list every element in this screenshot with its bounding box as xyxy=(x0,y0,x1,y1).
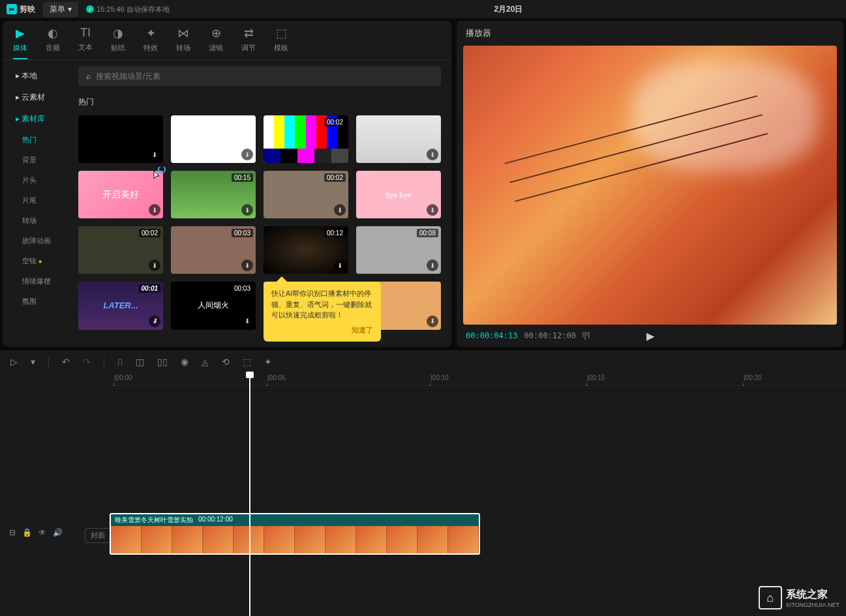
media-thumb[interactable]: ⬇ xyxy=(171,115,256,163)
audio-bars-icon[interactable] xyxy=(582,332,590,340)
media-thumb[interactable]: ⬇ xyxy=(356,115,441,163)
sidebar-item[interactable]: ▸ 素材库 xyxy=(3,108,68,130)
sidebar-subitem[interactable]: 热门 xyxy=(3,130,68,150)
crop-icon[interactable]: ⬚ xyxy=(243,357,251,367)
timeline-ruler[interactable]: |00:00|00:05|00:10|00:15|00:20 xyxy=(108,373,846,386)
download-icon[interactable]: ⬇ xyxy=(149,149,160,160)
download-icon[interactable]: ⬇ xyxy=(241,259,253,271)
tooltip-ok-button[interactable]: 知道了 xyxy=(271,325,373,336)
tab-特效[interactable]: ✦特效 xyxy=(144,26,158,59)
download-icon[interactable]: ⬇ xyxy=(427,149,438,160)
media-thumb[interactable]: 开启美好⬇ xyxy=(78,171,163,218)
download-icon[interactable]: ⬇ xyxy=(334,204,346,216)
split-icon[interactable]: ⎍ xyxy=(117,357,123,367)
watermark-icon: ⌂ xyxy=(759,586,782,609)
delete-left-icon[interactable]: ◫ xyxy=(136,357,144,367)
download-icon[interactable]: ⬇ xyxy=(334,149,346,160)
chevron-down-icon[interactable]: ▾ xyxy=(31,357,35,367)
select-tool-icon[interactable]: ▷ xyxy=(10,357,18,367)
tab-调节[interactable]: ⇄调节 xyxy=(241,26,256,59)
media-thumb[interactable]: 00:12⬇ xyxy=(264,226,348,274)
sidebar-item[interactable]: ▸ 云素材 xyxy=(3,87,68,108)
smart-icon[interactable]: ✦ xyxy=(264,357,272,367)
cover-button[interactable]: 封面 xyxy=(85,528,111,543)
tab-文本[interactable]: TI文本 xyxy=(78,26,93,59)
clip-header: 唯美雪景冬天树叶雪景实拍 00:00:12:00 xyxy=(111,514,479,526)
sidebar-subitem[interactable]: 转场 xyxy=(3,211,68,231)
rotate-icon[interactable]: ⟲ xyxy=(222,357,230,367)
ruler-mark: |00:05 xyxy=(267,374,286,381)
download-icon[interactable]: ⬇ xyxy=(427,204,438,216)
download-icon[interactable]: ⬇ xyxy=(427,259,438,271)
media-thumb[interactable]: bye bye⬇ xyxy=(356,171,441,218)
player-controls: 00:00:04:13 00:00:12:00 ▶ xyxy=(457,325,843,347)
video-preview[interactable] xyxy=(463,46,837,325)
tab-音频[interactable]: ◐音频 xyxy=(46,26,60,59)
tab-icon: ⋈ xyxy=(177,26,189,40)
media-thumb[interactable]: 00:02⬇ xyxy=(78,226,163,274)
sidebar-subitem[interactable]: 故障动画 xyxy=(3,231,68,251)
mute-icon[interactable]: 🔊 xyxy=(53,528,63,537)
media-thumb[interactable]: LATER...00:01⬇ xyxy=(78,282,163,329)
ai-tooltip: 快让AI帮你识别口播素材中的停顿、重复、语气词，一键删除就可以快速完成粗剪啦！知… xyxy=(264,282,381,342)
ruler-mark: |00:20 xyxy=(744,374,762,381)
media-thumb[interactable]: 00:02⬇ xyxy=(264,115,348,163)
play-button[interactable]: ▶ xyxy=(646,330,654,342)
tab-icon: ✦ xyxy=(146,26,156,40)
lock-icon[interactable]: 🔒 xyxy=(22,528,32,537)
media-thumb[interactable]: 00:08⬇ xyxy=(356,226,441,274)
download-icon[interactable]: ⬇ xyxy=(334,259,346,271)
sidebar-subitem[interactable]: 片头 xyxy=(3,170,68,190)
check-icon: ✓ xyxy=(86,5,94,13)
sidebar-subitem[interactable]: 情绪爆梗 xyxy=(3,271,68,291)
tab-label: 特效 xyxy=(144,43,158,53)
search-box[interactable]: ⌕ xyxy=(78,66,441,86)
undo-icon[interactable]: ↶ xyxy=(62,357,70,367)
tab-滤镜[interactable]: ⊕滤镜 xyxy=(209,26,223,59)
thumb-duration: 00:08 xyxy=(417,229,438,237)
playhead[interactable] xyxy=(249,373,250,616)
menu-button[interactable]: 菜单 ▾ xyxy=(43,2,78,17)
tab-转场[interactable]: ⋈转场 xyxy=(176,26,190,59)
clip-name: 唯美雪景冬天树叶雪景实拍 xyxy=(115,516,193,525)
media-thumb[interactable]: 00:02⬇ xyxy=(264,171,348,218)
ruler-mark: |00:10 xyxy=(431,374,449,381)
download-icon[interactable]: ⬇ xyxy=(241,315,253,327)
search-input[interactable] xyxy=(96,72,433,81)
media-thumb[interactable]: ⬇ xyxy=(78,115,163,163)
timeline[interactable]: |00:00|00:05|00:10|00:15|00:20 ⊟ 🔒 👁 🔊 封… xyxy=(0,373,846,616)
time-current: 00:00:04:13 xyxy=(466,331,517,340)
tab-模板[interactable]: ⬚模板 xyxy=(274,26,288,59)
eye-icon[interactable]: 👁 xyxy=(38,528,46,537)
sidebar-item[interactable]: ▸ 本地 xyxy=(3,65,68,87)
clip-duration: 00:00:12:00 xyxy=(198,516,233,525)
magnet-icon[interactable]: ⊟ xyxy=(9,528,16,537)
thumb-duration: 00:15 xyxy=(232,173,253,182)
player-title: 播放器 xyxy=(457,21,843,46)
thumb-grid: ⬇⬇00:02⬇⬇开启美好⬇00:15⬇00:02⬇bye bye⬇00:02⬇… xyxy=(78,115,441,330)
media-thumb[interactable]: 00:03⬇ xyxy=(171,226,256,274)
tab-label: 调节 xyxy=(241,43,256,53)
download-icon[interactable]: ⬇ xyxy=(149,315,160,327)
tab-媒体[interactable]: ▶媒体 xyxy=(13,26,27,59)
mirror-icon[interactable]: ◬ xyxy=(202,357,209,367)
download-icon[interactable]: ⬇ xyxy=(149,259,160,271)
download-icon[interactable]: ⬇ xyxy=(149,204,160,216)
track-area[interactable]: ⊟ 🔒 👁 🔊 封面 唯美雪景冬天树叶雪景实拍 00:00:12:00 xyxy=(0,386,846,616)
sidebar-subitem[interactable]: 空镜★ xyxy=(3,251,68,271)
video-clip[interactable]: 唯美雪景冬天树叶雪景实拍 00:00:12:00 xyxy=(110,513,480,555)
download-icon[interactable]: ⬇ xyxy=(241,204,253,216)
tab-label: 文本 xyxy=(78,42,93,52)
media-thumb[interactable]: ⬇快让AI帮你识别口播素材中的停顿、重复、语气词，一键删除就可以快速完成粗剪啦！… xyxy=(264,282,348,329)
download-icon[interactable]: ⬇ xyxy=(241,149,253,160)
speed-icon[interactable]: ◉ xyxy=(181,357,189,367)
media-thumb[interactable]: 人间烟火00:03⬇ xyxy=(171,282,256,329)
sidebar-subitem[interactable]: 氛围 xyxy=(3,291,68,312)
thumb-duration: 00:03 xyxy=(232,284,253,293)
delete-right-icon[interactable]: ▯▯ xyxy=(157,357,168,367)
sidebar-subitem[interactable]: 片尾 xyxy=(3,190,68,211)
tab-贴纸[interactable]: ◑贴纸 xyxy=(111,26,125,59)
download-icon[interactable]: ⬇ xyxy=(427,315,438,327)
media-thumb[interactable]: 00:15⬇ xyxy=(171,171,256,218)
sidebar-subitem[interactable]: 背景 xyxy=(3,150,68,170)
